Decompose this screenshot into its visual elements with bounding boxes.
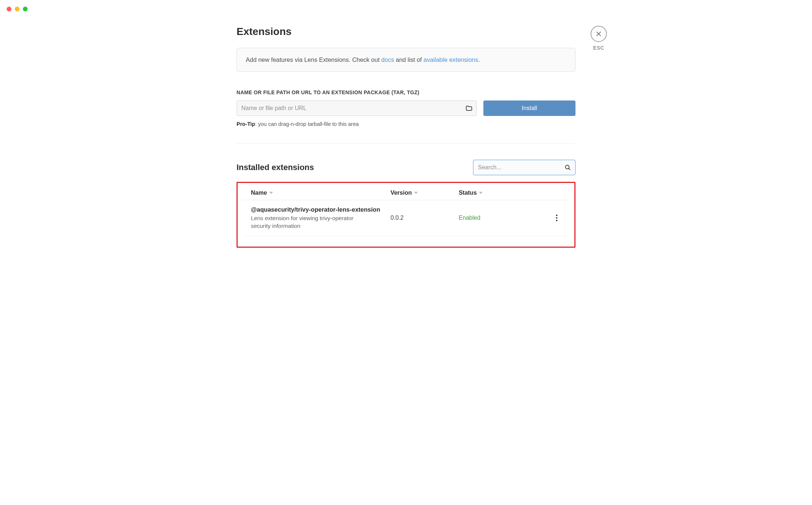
folder-icon[interactable] — [465, 105, 473, 112]
column-header-version[interactable]: Version — [391, 190, 459, 196]
extension-name: @aquasecurity/trivy-operator-lens-extens… — [251, 206, 391, 213]
search-input-wrap[interactable] — [473, 160, 575, 175]
sort-caret-icon — [269, 192, 273, 194]
cell-version: 0.0.2 — [391, 215, 459, 221]
close-panel: ESC — [591, 26, 607, 51]
extension-version: 0.0.2 — [391, 215, 404, 221]
svg-line-3 — [569, 169, 570, 170]
svg-point-6 — [556, 220, 557, 221]
svg-point-5 — [556, 217, 557, 219]
extensions-table-highlight: Name Version Status @aquasecu — [237, 182, 575, 248]
installed-title: Installed extensions — [237, 163, 314, 172]
install-row: Install — [237, 100, 575, 116]
section-divider — [237, 143, 575, 144]
column-header-name-label: Name — [251, 190, 267, 196]
search-input[interactable] — [478, 164, 564, 171]
column-header-actions — [527, 190, 561, 196]
table-header: Name Version Status — [243, 186, 569, 200]
close-button[interactable] — [591, 26, 607, 42]
window-fullscreen-button[interactable] — [23, 7, 28, 11]
info-text-suffix: . — [478, 56, 480, 63]
extensions-table: Name Version Status @aquasecu — [243, 186, 569, 236]
info-text-middle: and list of — [394, 56, 424, 63]
window-controls — [7, 7, 28, 11]
pro-tip: Pro-Tip: you can drag-n-drop tarball-fil… — [237, 121, 575, 127]
window-minimize-button[interactable] — [15, 7, 20, 11]
main-content: ESC Extensions Add new features via Lens… — [229, 0, 583, 262]
extension-path-input-wrap[interactable] — [237, 100, 477, 116]
cell-actions — [527, 213, 561, 222]
pro-tip-label: Pro-Tip — [237, 121, 255, 127]
svg-point-2 — [566, 165, 569, 169]
esc-label: ESC — [593, 45, 604, 51]
window-close-button[interactable] — [7, 7, 11, 11]
pro-tip-text: : you can drag-n-drop tarball-file to th… — [255, 121, 358, 127]
cell-status: Enabled — [459, 215, 527, 221]
page-title: Extensions — [237, 26, 575, 38]
extension-status: Enabled — [459, 215, 480, 221]
sort-caret-icon — [414, 192, 418, 194]
available-extensions-link[interactable]: available extensions — [423, 56, 478, 63]
info-banner: Add new features via Lens Extensions. Ch… — [237, 48, 575, 72]
info-text-prefix: Add new features via Lens Extensions. Ch… — [246, 56, 381, 63]
install-button[interactable]: Install — [483, 100, 575, 116]
column-header-name[interactable]: Name — [251, 190, 391, 196]
extension-description: Lens extension for viewing trivy-operato… — [251, 215, 369, 230]
svg-point-4 — [556, 215, 557, 216]
column-header-status-label: Status — [459, 190, 477, 196]
search-icon — [564, 164, 571, 171]
close-icon — [595, 31, 602, 37]
column-header-status[interactable]: Status — [459, 190, 527, 196]
cell-name: @aquasecurity/trivy-operator-lens-extens… — [251, 206, 391, 230]
extension-path-input[interactable] — [241, 101, 465, 116]
docs-link[interactable]: docs — [381, 56, 394, 63]
install-field-label: NAME OR FILE PATH OR URL TO AN EXTENSION… — [237, 89, 575, 95]
app-window: ESC Extensions Add new features via Lens… — [0, 0, 812, 505]
kebab-menu-icon[interactable] — [552, 213, 561, 222]
installed-header-row: Installed extensions — [237, 160, 575, 175]
table-row[interactable]: @aquasecurity/trivy-operator-lens-extens… — [243, 200, 569, 236]
column-header-version-label: Version — [391, 190, 412, 196]
sort-caret-icon — [479, 192, 483, 194]
